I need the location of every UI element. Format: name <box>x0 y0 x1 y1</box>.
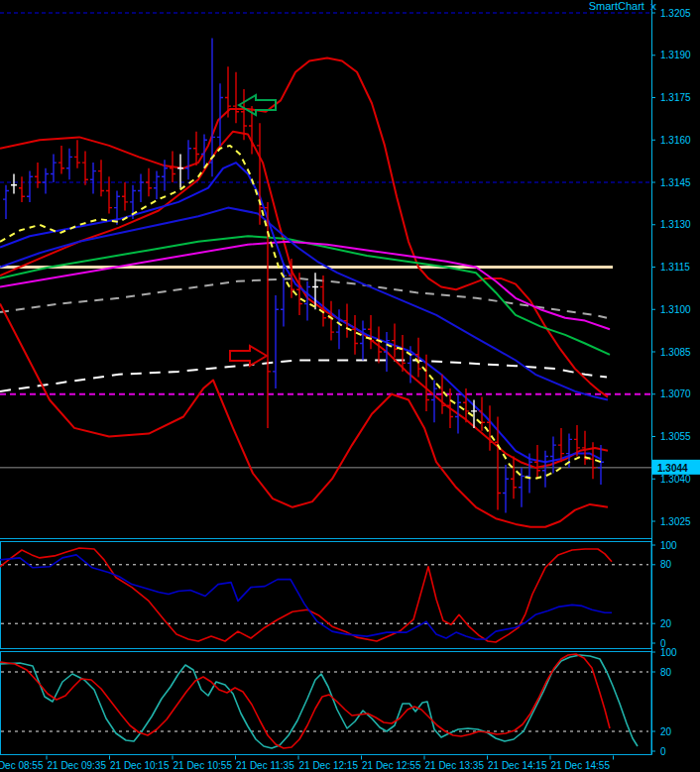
panel-axis-label: 20 <box>660 726 672 737</box>
time-axis-label: 21 Dec 14:55 <box>551 760 611 771</box>
ohlc-bar <box>233 72 239 123</box>
panel2-red-line <box>0 654 610 748</box>
ohlc-bar <box>82 152 88 185</box>
ohlc-bar <box>146 168 152 196</box>
time-axis-label: 21 Dec 14:15 <box>488 760 547 771</box>
current-price-label: 1.3044 <box>657 463 688 474</box>
price-axis-label: 1.3070 <box>660 388 691 399</box>
chart-canvas: 10080200 10080200 1.32051.31901.31751.31… <box>0 0 700 772</box>
time-axis-label: 21 Dec 12:55 <box>362 760 421 771</box>
ohlc-bar <box>51 155 57 183</box>
ohlc-bar <box>352 315 358 355</box>
ohlc-bar <box>257 123 263 225</box>
time-axis-label: 21 Dec 10:55 <box>174 760 233 771</box>
panel-axis-label: 0 <box>660 746 666 757</box>
main-chart-plot[interactable] <box>0 13 651 527</box>
price-axis-label: 1.3055 <box>660 431 691 442</box>
ohlc-bar <box>542 451 548 488</box>
price-axis-label: 1.3160 <box>660 135 691 146</box>
ohlc-bar <box>384 332 390 372</box>
time-axis-label: 21 Dec 12:15 <box>299 760 359 771</box>
ohlc-bar <box>328 301 334 341</box>
chart-tab-label[interactable]: SmartChart <box>589 0 644 12</box>
ohlc-bar <box>27 171 33 202</box>
time-axis-label: 21 Dec 08:55 <box>0 760 44 771</box>
price-axis-label: 1.3145 <box>660 177 691 188</box>
ohlc-bar <box>185 140 191 179</box>
ohlc-bar <box>312 273 318 309</box>
indicator-panel-2[interactable]: 10080200 <box>0 647 677 757</box>
ohlc-bar <box>487 405 493 451</box>
ohlc-bar <box>534 445 540 479</box>
panel1-red-line <box>0 548 612 642</box>
price-axis-label: 1.3115 <box>660 262 690 273</box>
ohlc-bar <box>98 160 104 196</box>
panel-axis-label: 80 <box>660 667 672 678</box>
price-axis-label: 1.3040 <box>660 474 691 485</box>
ohlc-bar <box>35 163 41 188</box>
time-axis: 21 Dec 08:5521 Dec 09:3521 Dec 10:1521 D… <box>0 756 614 771</box>
price-axis-label: 1.3205 <box>660 8 691 19</box>
ohlc-bar <box>217 83 223 146</box>
panel-axis-label: 100 <box>660 647 677 658</box>
ohlc-bar <box>3 185 9 219</box>
price-axis-label: 1.3190 <box>660 50 691 60</box>
time-axis-label: 21 Dec 10:15 <box>110 760 170 771</box>
ohlc-bar <box>360 321 366 361</box>
panel-axis-label: 80 <box>660 559 672 570</box>
price-axis-label: 1.3175 <box>660 92 691 103</box>
ohlc-bar <box>193 132 199 165</box>
ohlc-bar <box>423 355 429 411</box>
ohlc-bar <box>336 309 342 349</box>
panel1-blue-line <box>0 555 612 639</box>
price-axis-label: 1.3130 <box>660 219 691 230</box>
ohlc-bar <box>511 457 517 499</box>
chart-tab[interactable]: SmartChartx <box>589 0 656 14</box>
ma-yellow-dashed <box>0 146 601 479</box>
ohlc-bar <box>455 394 461 434</box>
ohlc-bar <box>177 155 183 188</box>
ohlc-bar <box>43 168 49 194</box>
ohlc-bar <box>138 174 144 202</box>
ohlc-bar <box>58 146 64 174</box>
time-axis-label: 21 Dec 11:35 <box>236 760 294 771</box>
oscillator-panel-2-frame <box>1 652 652 755</box>
ohlc-bar <box>582 431 588 465</box>
ma-white-dashed <box>0 361 607 391</box>
indicator-panel-1[interactable]: 10080200 <box>0 540 677 649</box>
price-axis-label: 1.3025 <box>660 516 691 527</box>
ohlc-bar <box>74 140 80 168</box>
panel-axis-label: 100 <box>660 540 677 551</box>
ma-blue-fast <box>0 163 601 462</box>
smartchart-window: 10080200 10080200 1.32051.31901.31751.31… <box>0 0 700 772</box>
panel-axis-label: 20 <box>660 618 672 629</box>
price-axis-label: 1.3085 <box>660 347 691 358</box>
oscillator-panel-1-frame <box>1 542 652 649</box>
time-axis-label: 21 Dec 13:35 <box>425 760 485 771</box>
price-axis: 1.32051.31901.31751.31601.31451.31301.31… <box>651 8 700 527</box>
ohlc-bar <box>392 324 398 358</box>
ohlc-bar <box>368 315 374 349</box>
ohlc-bar <box>19 176 25 202</box>
ohlc-bar <box>431 381 437 423</box>
ohlc-bar <box>503 465 509 513</box>
ohlc-bar <box>201 135 207 168</box>
ohlc-bar <box>495 417 501 510</box>
ohlc-bar <box>344 304 350 338</box>
chart-tab-close-icon[interactable]: x <box>650 0 656 12</box>
time-axis-label: 21 Dec 09:35 <box>48 760 107 771</box>
ohlc-bar <box>320 276 326 326</box>
band-red-lower <box>0 304 608 527</box>
red-right-arrow[interactable] <box>230 346 267 366</box>
ohlc-bar <box>154 171 160 200</box>
band-red-upper <box>0 58 608 397</box>
ohlc-bar <box>90 163 96 193</box>
ohlc-bar <box>122 182 128 211</box>
ohlc-bar <box>598 445 604 485</box>
price-axis-label: 1.3100 <box>660 304 691 315</box>
ohlc-bar <box>11 174 17 194</box>
ohlc-bar <box>66 149 72 179</box>
ohlc-bar <box>273 295 279 388</box>
